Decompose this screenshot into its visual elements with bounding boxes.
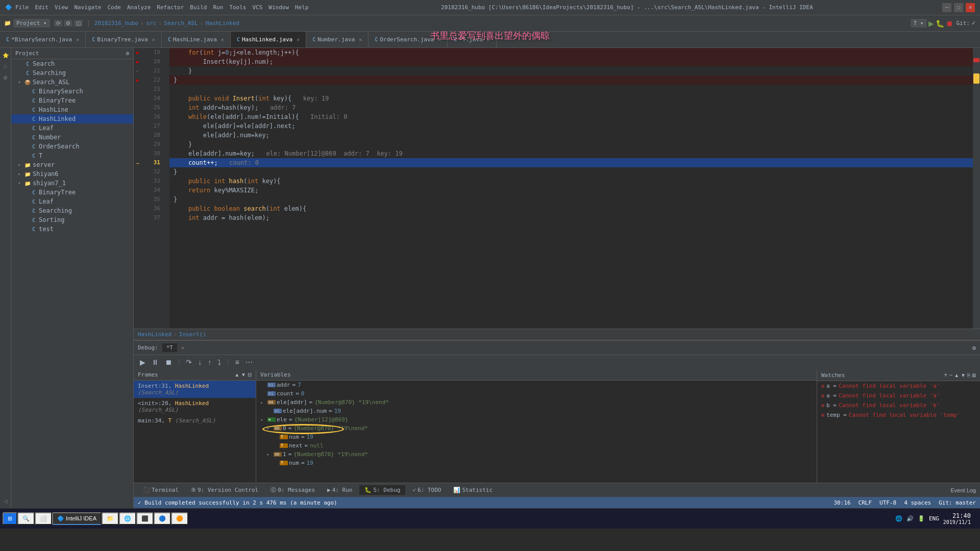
bottom-tab-debug[interactable]: 🐛 5: Debug <box>359 485 405 495</box>
debug-frames-btn[interactable]: ≡ <box>233 357 241 367</box>
debug-step-out-btn[interactable]: ↑ <box>206 357 213 367</box>
fav-btn-2[interactable]: ☆ <box>1 61 11 71</box>
sidebar-item-leaf[interactable]: C Leaf <box>11 123 133 133</box>
menu-refactor[interactable]: Refactor <box>154 4 187 11</box>
event-log-btn[interactable]: Event Log <box>950 487 976 493</box>
sidebar-item-search[interactable]: C Search <box>11 59 133 68</box>
expand-arrow4[interactable]: ▾ <box>266 452 274 457</box>
watches-up-btn[interactable]: ▲ <box>954 371 959 379</box>
debug-resume-btn[interactable]: ▶ <box>138 357 148 367</box>
menu-build[interactable]: Build <box>187 4 210 11</box>
var-next-0[interactable]: f next = null <box>256 441 817 450</box>
tab-t[interactable]: C *T.java ✕ <box>448 32 496 48</box>
cursor-position[interactable]: 30:16 <box>834 499 850 506</box>
var-ele-0[interactable]: ▾ oo 0 = {Number@870} *19\nend* <box>256 424 817 433</box>
watch-item-temp[interactable]: ⊗ temp = Cannot find local variable 'tem… <box>817 410 980 420</box>
menu-file[interactable]: File <box>12 4 32 11</box>
fav-btn-4[interactable]: ◁ <box>1 496 11 506</box>
bottom-tab-run[interactable]: ▶ 4: Run <box>322 485 357 495</box>
debug-settings-icon[interactable]: ⚙ <box>972 344 976 352</box>
menu-edit[interactable]: Edit <box>32 4 52 11</box>
sidebar-item-shiyan6[interactable]: ▸ 📁 Shiyan6 <box>11 169 133 179</box>
code-editor[interactable]: ● ● ✓ ● → 19 <box>134 48 980 329</box>
watches-clear-btn[interactable]: ⊠ <box>972 371 976 379</box>
debug-stop-btn[interactable]: ⏹ <box>163 357 174 367</box>
sidebar-item-number[interactable]: C Number <box>11 133 133 142</box>
sidebar-item-server[interactable]: ▸ 📁 server <box>11 160 133 169</box>
bc-method[interactable]: Insert() <box>179 331 206 338</box>
menu-navigate[interactable]: Navigate <box>71 4 105 11</box>
taskview-btn[interactable]: ⬜ <box>35 512 52 525</box>
sidebar-item-binarytree[interactable]: C BinaryTree <box>11 96 133 105</box>
var-ele-addr-num[interactable]: oi ele[addr].num = 19 <box>256 407 817 415</box>
menu-help[interactable]: Help <box>292 4 312 11</box>
frames-down-btn[interactable]: ▼ <box>241 372 246 378</box>
code-content[interactable]: for(int j=0;j<ele.length;j++){ Insert(ke… <box>169 48 973 329</box>
menu-code[interactable]: Code <box>104 4 124 11</box>
watches-down-btn[interactable]: ▼ <box>961 371 966 379</box>
close-button[interactable]: ✕ <box>966 3 975 12</box>
sidebar-item-leaf2[interactable]: C Leaf <box>11 197 133 206</box>
breadcrumb-src[interactable]: src <box>146 20 156 27</box>
tab-close-hashline[interactable]: ✕ <box>221 37 224 42</box>
var-ele-addr[interactable]: ▸ oo ele[addr] = {Number@870} *19\nend* <box>256 398 817 407</box>
git-branch[interactable]: Git: master <box>939 499 976 506</box>
breadcrumb-package[interactable]: Search_ASL <box>164 20 198 27</box>
sidebar-item-search-asl[interactable]: ▾ 📦 Search_ASL <box>11 78 133 87</box>
encoding[interactable]: UTF-8 <box>879 499 896 506</box>
sidebar-item-searching2[interactable]: C Searching <box>11 206 133 215</box>
breadcrumb-file[interactable]: HashLinked <box>206 20 239 27</box>
bc-hashlinked[interactable]: HashLinked <box>138 331 172 338</box>
run-button[interactable]: ▶ <box>928 19 934 28</box>
tab-close-binarysearch[interactable]: ✕ <box>76 37 79 42</box>
taskbar-terminal[interactable]: ⬛ <box>136 512 154 525</box>
taskbar-browser[interactable]: 🌐 <box>119 512 136 525</box>
tab-hashline[interactable]: C HashLine.java ✕ <box>162 32 231 48</box>
stop-button[interactable]: ⏹ <box>946 19 953 28</box>
search-taskbar-btn[interactable]: 🔍 <box>17 512 35 525</box>
system-clock[interactable]: 21:40 2019/11/1 <box>943 512 971 525</box>
tab-number[interactable]: C Number.java ✕ <box>306 32 369 48</box>
tab-close-t[interactable]: ✕ <box>487 37 490 42</box>
expand-arrow[interactable]: ▸ <box>260 400 267 405</box>
watch-item-a2[interactable]: ⊗ a = Cannot find local variable 'a' <box>817 391 980 400</box>
nav-collapse-btn[interactable]: ◫ <box>74 20 83 27</box>
sidebar-item-shiyan7[interactable]: ▾ 📁 shiyan7_1 <box>11 179 133 188</box>
watch-item-b[interactable]: ⊗ b = Cannot find local variable 'b' <box>817 400 980 410</box>
minimize-button[interactable]: ─ <box>942 3 951 12</box>
tab-hashlinked[interactable]: C HashLinked.java ✕ <box>231 32 306 48</box>
var-num-1[interactable]: f num = 19 <box>256 459 817 467</box>
fav-btn-1[interactable]: ⭐ <box>1 50 11 60</box>
line-ending[interactable]: CRLF <box>859 499 872 506</box>
debug-step-over-btn[interactable]: ↷ <box>184 357 194 367</box>
tab-binarysearch[interactable]: C *BinarySearch.java ✕ <box>0 32 86 48</box>
var-ele-1[interactable]: ▾ oo 1 = {Number@870} *19\nend* <box>256 450 817 459</box>
watches-remove-btn[interactable]: − <box>949 371 952 379</box>
sidebar-item-t[interactable]: C T <box>11 151 133 160</box>
project-dropdown[interactable]: Project ▾ <box>13 19 50 28</box>
debug-step-into-btn[interactable]: ↓ <box>196 357 204 367</box>
taskbar-app1[interactable]: 🔵 <box>154 512 171 525</box>
nav-settings-btn[interactable]: ⚙ <box>64 20 72 27</box>
tab-binarytree[interactable]: C BinaryTree.java ✕ <box>86 32 161 48</box>
taskbar-app2[interactable]: 🟠 <box>171 512 188 525</box>
bottom-tab-statistic[interactable]: 📊 Statistic <box>448 485 498 495</box>
taskbar-explorer[interactable]: 📁 <box>102 512 119 525</box>
sidebar-item-sorting[interactable]: C Sorting <box>11 215 133 224</box>
scroll-gutter[interactable] <box>973 48 980 329</box>
tab-close-hashlinked[interactable]: ✕ <box>297 37 300 42</box>
menu-view[interactable]: View <box>52 4 71 11</box>
watches-copy-btn[interactable]: ⎘ <box>967 371 970 379</box>
sidebar-item-searching[interactable]: C Searching <box>11 68 133 78</box>
tab-close-binarytree[interactable]: ✕ <box>152 37 155 42</box>
nav-sync-btn[interactable]: ⟳ <box>54 20 62 27</box>
taskbar-intellij[interactable]: 🔷 IntelliJ IDEA <box>52 512 102 525</box>
bottom-tab-vcs[interactable]: ⑨ 9: Version Control <box>186 485 263 495</box>
frame-item-init[interactable]: <init>:20, HashLinked (Search_ASL) <box>134 398 256 415</box>
bottom-tab-messages[interactable]: ⓪ 0: Messages <box>265 485 320 495</box>
menu-window[interactable]: Window <box>265 4 292 11</box>
frames-filter-btn[interactable]: ⊟ <box>248 372 252 378</box>
frame-item-insert[interactable]: Insert:31, HashLinked (Search_ASL) <box>134 381 256 398</box>
debug-button[interactable]: 🐛 <box>936 19 944 28</box>
sidebar-item-hashline[interactable]: C HashLine <box>11 105 133 114</box>
